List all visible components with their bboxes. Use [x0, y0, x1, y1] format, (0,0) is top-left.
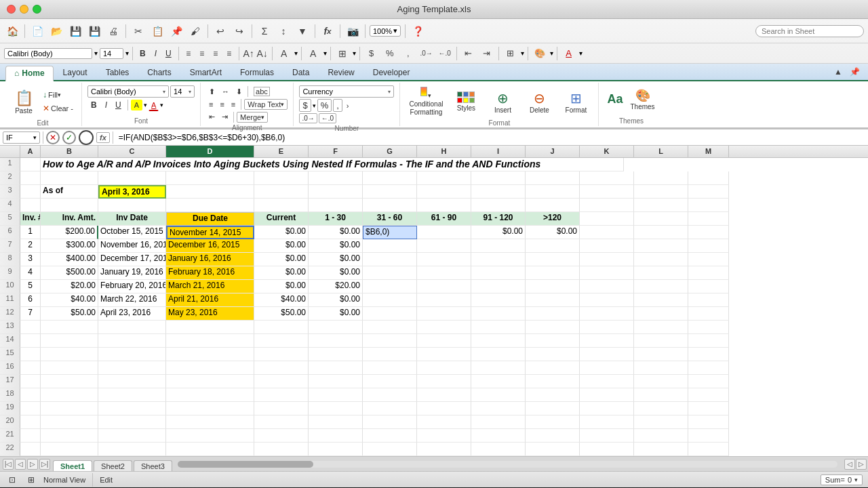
- conditional-formatting-button[interactable]: ▾ ConditionalFormatting: [406, 85, 446, 118]
- cell-g7[interactable]: [363, 239, 417, 253]
- cell-d19[interactable]: [166, 402, 254, 415]
- cell-a16[interactable]: [20, 361, 41, 375]
- cell-h21[interactable]: [417, 429, 471, 443]
- search-input[interactable]: [755, 25, 864, 37]
- text-direction-btn[interactable]: abc: [251, 85, 273, 98]
- sheet-tab-1[interactable]: Sheet1: [53, 460, 92, 472]
- cell-k7[interactable]: [580, 239, 634, 253]
- cell-d6[interactable]: November 14, 2015 AND(logical1, [logical…: [166, 226, 254, 239]
- cell-e5[interactable]: Current: [254, 212, 309, 226]
- cell-d21[interactable]: [166, 429, 254, 443]
- cell-h8[interactable]: [417, 253, 471, 266]
- cell-f21[interactable]: [309, 429, 363, 443]
- fill-dropdown-icon[interactable]: ▾: [323, 49, 327, 57]
- cell-j6[interactable]: $0.00: [526, 226, 580, 239]
- cell-e7[interactable]: $0.00: [254, 239, 309, 253]
- cell-g3[interactable]: [363, 185, 417, 199]
- borders-icon[interactable]: ⊞: [334, 45, 351, 62]
- row-num-2[interactable]: 2: [0, 171, 20, 185]
- cell-l22[interactable]: [634, 443, 688, 456]
- cell-i4[interactable]: [471, 199, 526, 212]
- col-header-f[interactable]: F: [309, 146, 363, 157]
- font-color-ribbon-btn[interactable]: A: [149, 100, 159, 111]
- cell-e2[interactable]: [254, 171, 309, 185]
- cell-e15[interactable]: [254, 348, 309, 361]
- borders-dropdown-icon[interactable]: ▾: [353, 49, 356, 57]
- cell-a20[interactable]: [20, 415, 41, 429]
- cell-k20[interactable]: [580, 415, 634, 429]
- comma-format-btn[interactable]: ,: [333, 99, 342, 112]
- increase-font-icon[interactable]: A↑: [243, 45, 255, 62]
- name-box[interactable]: IF ▾: [3, 131, 40, 144]
- cell-m16[interactable]: [688, 361, 729, 375]
- cell-m17[interactable]: [688, 375, 729, 388]
- cell-c11[interactable]: March 22, 2016: [98, 293, 166, 307]
- font-family-dropdown[interactable]: Calibri (Body) ▾: [87, 85, 169, 98]
- camera-icon[interactable]: 📷: [344, 23, 361, 39]
- cell-c12[interactable]: April 23, 2016: [98, 307, 166, 321]
- decrease-font-icon[interactable]: A↓: [256, 45, 269, 62]
- cell-l9[interactable]: [634, 266, 688, 280]
- cell-a9[interactable]: 4: [20, 266, 41, 280]
- cell-c15[interactable]: [98, 348, 166, 361]
- redo-icon[interactable]: ↪: [231, 23, 248, 39]
- tab-formulas[interactable]: Formulas: [231, 65, 283, 80]
- tab-smartart[interactable]: SmartArt: [181, 65, 231, 80]
- indent-dec-btn[interactable]: ⇤: [206, 111, 218, 123]
- help-icon[interactable]: ❓: [410, 23, 426, 39]
- cell-l5[interactable]: [634, 212, 688, 226]
- cell-m6[interactable]: [688, 226, 729, 239]
- cell-k8[interactable]: [580, 253, 634, 266]
- cell-j4[interactable]: [526, 199, 580, 212]
- cell-a8[interactable]: 3: [20, 253, 41, 266]
- align-left-btn[interactable]: ≡: [206, 99, 216, 110]
- cell-i11[interactable]: [471, 293, 526, 307]
- col-header-b[interactable]: B: [41, 146, 98, 157]
- cell-l15[interactable]: [634, 348, 688, 361]
- cell-b20[interactable]: [41, 415, 98, 429]
- cell-b4[interactable]: [41, 199, 98, 212]
- cell-h18[interactable]: [417, 388, 471, 402]
- cell-a7[interactable]: 2: [20, 239, 41, 253]
- cell-c10[interactable]: February 20, 2016: [98, 280, 166, 293]
- format-painter-icon[interactable]: 🖌: [187, 23, 203, 39]
- cell-h5[interactable]: 61 - 90: [417, 212, 471, 226]
- col-header-d[interactable]: D: [166, 146, 254, 157]
- cell-b17[interactable]: [41, 375, 98, 388]
- cell-j20[interactable]: [526, 415, 580, 429]
- cell-g14[interactable]: [363, 334, 417, 348]
- cell-b14[interactable]: [41, 334, 98, 348]
- table-dropdown-icon[interactable]: ▾: [521, 49, 524, 57]
- autosum-icon[interactable]: Σ: [256, 23, 273, 39]
- font-size-dropdown-icon[interactable]: ▾: [125, 49, 129, 57]
- decrease-decimal-btn[interactable]: ←.0: [319, 113, 336, 123]
- cell-g2[interactable]: [363, 171, 417, 185]
- sort-icon[interactable]: ↕: [275, 23, 292, 39]
- cell-c22[interactable]: [98, 443, 166, 456]
- row-num-9[interactable]: 9: [0, 266, 20, 280]
- col-header-k[interactable]: K: [580, 146, 634, 157]
- cell-f15[interactable]: [309, 348, 363, 361]
- cell-b1[interactable]: How to Age A/R and A/P Invoices Into Agi…: [41, 158, 624, 171]
- cell-k14[interactable]: [580, 334, 634, 348]
- table-icon[interactable]: ⊞: [502, 45, 519, 62]
- cell-l7[interactable]: [634, 239, 688, 253]
- cell-i8[interactable]: [471, 253, 526, 266]
- fill-color-btn[interactable]: 🎨: [532, 45, 548, 62]
- cell-g13[interactable]: [363, 321, 417, 334]
- cell-m3[interactable]: [688, 185, 729, 199]
- cell-c14[interactable]: [98, 334, 166, 348]
- insert-button[interactable]: ⊕ Insert: [486, 85, 519, 118]
- cell-b5[interactable]: Inv. Amt.: [41, 212, 98, 226]
- styles-button[interactable]: Styles: [449, 85, 483, 118]
- row-num-16[interactable]: 16: [0, 361, 20, 375]
- font-underline-button[interactable]: U: [112, 99, 125, 111]
- cell-j11[interactable]: [526, 293, 580, 307]
- window-controls[interactable]: [7, 5, 41, 14]
- cell-k12[interactable]: [580, 307, 634, 321]
- cancel-entry-button[interactable]: ✕: [46, 131, 60, 144]
- tab-charts[interactable]: Charts: [138, 65, 180, 80]
- tab-home[interactable]: ⌂ Home: [5, 66, 54, 81]
- insert-function-button[interactable]: fx: [96, 132, 110, 143]
- align-middle-btn[interactable]: ↔: [219, 86, 232, 97]
